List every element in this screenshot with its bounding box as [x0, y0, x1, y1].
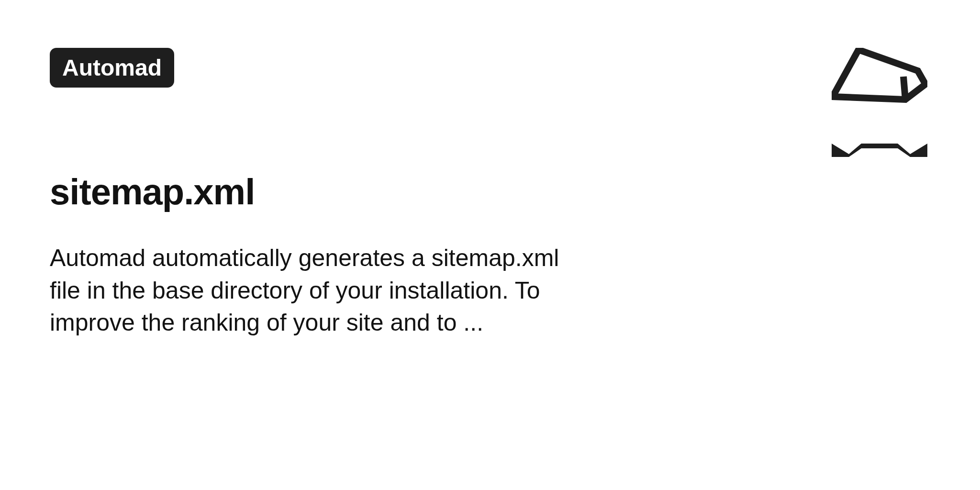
- brand-badge: Automad: [50, 48, 174, 88]
- page-title: sitemap.xml: [50, 171, 930, 212]
- page-description: Automad automatically generates a sitema…: [50, 242, 581, 339]
- automad-logo-icon: [832, 48, 927, 163]
- card-container: Automad sitemap.xml Automad automaticall…: [0, 0, 980, 490]
